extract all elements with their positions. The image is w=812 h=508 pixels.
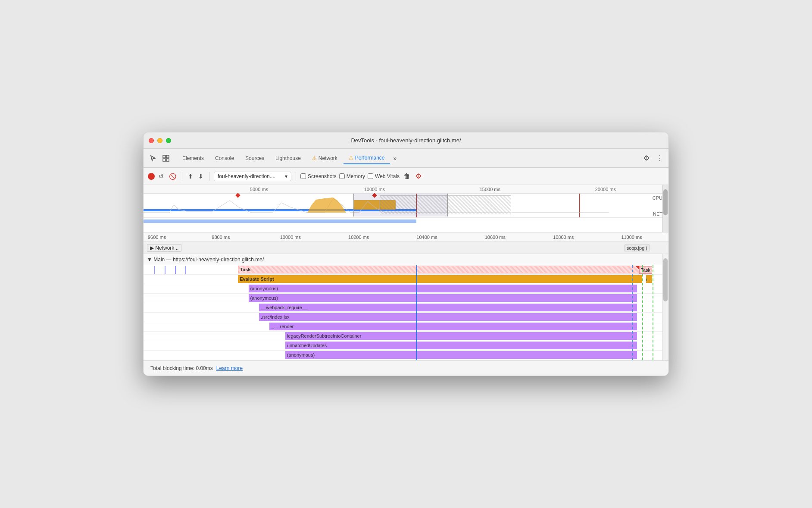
scrollbar-thumb[interactable] bbox=[663, 189, 668, 215]
record-button[interactable] bbox=[148, 173, 155, 180]
src-bar[interactable]: ./src/index.jsx bbox=[259, 313, 637, 321]
unbatched-bar[interactable]: unbatchedUpdates bbox=[285, 342, 637, 349]
svg-rect-2 bbox=[163, 159, 166, 161]
memory-checkbox[interactable]: Memory bbox=[339, 173, 365, 179]
anon2-bar[interactable]: (anonymous) bbox=[249, 294, 637, 302]
record-bar: ↺ 🚫 ⬆ ⬇ foul-heavenly-direction.... ▾ Sc… bbox=[144, 168, 668, 185]
url-selector[interactable]: foul-heavenly-direction.... ▾ bbox=[214, 172, 291, 181]
anon3-label: (anonymous) bbox=[287, 352, 315, 357]
toolbar-right: ⚙ ⋮ bbox=[642, 152, 665, 164]
toolbar-nav bbox=[147, 153, 172, 163]
title-bar: DevTools - foul-heavenly-direction.glitc… bbox=[144, 132, 668, 149]
close-button[interactable] bbox=[149, 138, 154, 143]
window-title: DevTools - foul-heavenly-direction.glitc… bbox=[351, 137, 461, 144]
net-label: NET bbox=[653, 211, 662, 216]
flame-chart-wrapper: ▼ Main — https://foul-heavenly-direction… bbox=[144, 254, 668, 360]
cursor-icon[interactable] bbox=[147, 153, 159, 163]
left-marker1 bbox=[154, 266, 155, 274]
timeline-overview[interactable]: 5000 ms 10000 ms 15000 ms 20000 ms CPU bbox=[144, 185, 668, 232]
settings-button[interactable]: ⚙ bbox=[642, 152, 651, 164]
reload-button[interactable]: ↺ bbox=[157, 172, 165, 181]
tick-20000: 20000 ms bbox=[595, 187, 616, 192]
status-bar: Total blocking time: 0.00ms Learn more bbox=[144, 360, 668, 376]
download-button[interactable]: ⬇ bbox=[197, 172, 205, 181]
overview-scrollbar[interactable] bbox=[662, 185, 668, 232]
web-vitals-input[interactable] bbox=[368, 173, 373, 179]
separator3 bbox=[296, 172, 296, 181]
screenshots-input[interactable] bbox=[300, 173, 306, 179]
selection-band[interactable] bbox=[353, 194, 448, 216]
tab-network[interactable]: ⚠ Network bbox=[307, 153, 343, 164]
vertical-scrollbar[interactable] bbox=[662, 254, 668, 360]
upload-button[interactable]: ⬆ bbox=[187, 172, 194, 181]
tick-10800: 10800 ms bbox=[553, 235, 574, 240]
vertical-cursor-line bbox=[416, 265, 417, 360]
flame-row-anon2[interactable]: (anonymous) bbox=[144, 294, 668, 303]
web-vitals-checkbox[interactable]: Web Vitals bbox=[368, 173, 400, 179]
minimize-button[interactable] bbox=[157, 138, 162, 143]
left-marker2 bbox=[165, 266, 166, 274]
task-warning-corner bbox=[636, 266, 639, 273]
eval-label: Evaluate Script bbox=[240, 276, 274, 282]
trash-button[interactable]: 🗑 bbox=[402, 171, 412, 182]
tab-performance[interactable]: ⚠ Performance bbox=[344, 152, 390, 164]
tab-lighthouse[interactable]: Lighthouse bbox=[270, 153, 306, 164]
task-bar[interactable]: Task bbox=[238, 266, 642, 273]
anon1-bar[interactable]: (anonymous) bbox=[249, 285, 637, 292]
net-bar bbox=[144, 220, 416, 223]
network-warning-icon: ⚠ bbox=[312, 155, 317, 161]
flame-row-unbatched[interactable]: unbatchedUpdates bbox=[144, 341, 668, 351]
main-section-header: ▼ Main — https://foul-heavenly-direction… bbox=[144, 254, 668, 265]
performance-settings-button[interactable]: ⚙ bbox=[414, 171, 423, 182]
anon2-label: (anonymous) bbox=[250, 295, 278, 301]
tick-10400: 10400 ms bbox=[416, 235, 437, 240]
maximize-button[interactable] bbox=[166, 138, 171, 143]
clear-button[interactable]: 🚫 bbox=[168, 172, 178, 181]
webpack-label: __webpack_require__ bbox=[261, 305, 307, 310]
flame-rows: Task Task Evaluate Script L… bbox=[144, 265, 668, 360]
soop-badge: soop.jpg ( bbox=[625, 245, 650, 251]
menu-button[interactable]: ⋮ bbox=[655, 152, 665, 164]
tab-elements[interactable]: Elements bbox=[177, 153, 209, 164]
flame-row-anon3[interactable]: (anonymous) bbox=[144, 351, 668, 360]
flame-row-render[interactable]: _… render bbox=[144, 322, 668, 332]
flame-row-anon1[interactable]: (anonymous) bbox=[144, 284, 668, 294]
flame-row-task[interactable]: Task Task bbox=[144, 265, 668, 275]
network-row-header: ▶ Network .. soop.jpg ( bbox=[144, 242, 668, 254]
devtools-window: DevTools - foul-heavenly-direction.glitc… bbox=[143, 132, 669, 376]
network-row-label: ▶ Network .. bbox=[147, 244, 181, 252]
more-tabs-button[interactable]: » bbox=[391, 153, 400, 163]
eval-right-label: L… bbox=[646, 278, 652, 282]
learn-more-link[interactable]: Learn more bbox=[216, 365, 243, 371]
left-marker4 bbox=[185, 266, 186, 274]
inspect-icon[interactable] bbox=[160, 153, 172, 163]
svg-marker-4 bbox=[307, 198, 346, 213]
render-bar[interactable]: _… render bbox=[269, 323, 637, 330]
tick-9800: 9800 ms bbox=[212, 235, 230, 240]
flame-row-webpack[interactable]: __webpack_require__ bbox=[144, 303, 668, 313]
legacy-bar[interactable]: legacyRenderSubtreeIntoContainer bbox=[285, 332, 637, 340]
flame-row-eval[interactable]: Evaluate Script L… bbox=[144, 275, 668, 284]
src-label: ./src/index.jsx bbox=[261, 314, 290, 320]
separator2 bbox=[209, 172, 209, 181]
blocking-time-label: Total blocking time: 0.00ms bbox=[150, 365, 213, 371]
screenshots-checkbox[interactable]: Screenshots bbox=[300, 173, 337, 179]
performance-warning-icon: ⚠ bbox=[349, 155, 353, 161]
unbatched-label: unbatchedUpdates bbox=[287, 343, 327, 348]
time-ruler-bottom: 9600 ms 9800 ms 10000 ms 10200 ms 10400 … bbox=[144, 232, 668, 242]
render-label: _… render bbox=[271, 324, 294, 329]
tick-15000: 15000 ms bbox=[480, 187, 500, 192]
tick-10000: 10000 ms bbox=[280, 235, 301, 240]
eval-bar[interactable]: Evaluate Script bbox=[238, 275, 642, 283]
webpack-bar[interactable]: __webpack_require__ bbox=[259, 304, 637, 311]
anon3-bar[interactable]: (anonymous) bbox=[285, 351, 637, 359]
scrollbar-thumb[interactable] bbox=[663, 258, 668, 301]
eval-bar-right: L… bbox=[646, 275, 652, 283]
memory-input[interactable] bbox=[339, 173, 345, 179]
flame-row-src[interactable]: ./src/index.jsx bbox=[144, 313, 668, 322]
flame-row-legacy[interactable]: legacyRenderSubtreeIntoContainer bbox=[144, 332, 668, 341]
tab-sources[interactable]: Sources bbox=[240, 153, 269, 164]
dashed-line-1 bbox=[632, 265, 633, 360]
tab-console[interactable]: Console bbox=[210, 153, 239, 164]
task-bar-right[interactable]: Task bbox=[639, 266, 652, 274]
